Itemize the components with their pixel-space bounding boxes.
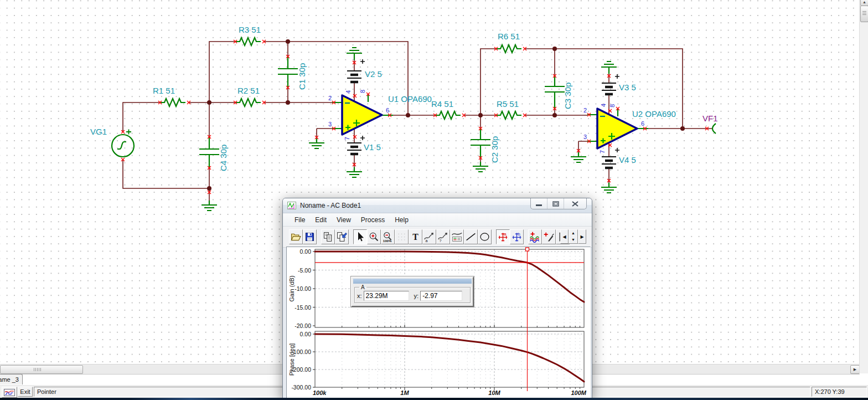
phase-curve[interactable] (315, 334, 584, 382)
ground-symbol[interactable] (571, 152, 586, 162)
legend-button[interactable] (450, 229, 464, 244)
resistor-r1[interactable] (160, 99, 185, 106)
annotate-b-icon (437, 231, 449, 243)
label-u2[interactable]: U2 OPA690 (632, 109, 676, 119)
cursor-dialog[interactable]: A x: y: (351, 276, 474, 307)
resistor-r6[interactable] (496, 45, 521, 53)
diagram-window-icon (287, 202, 296, 210)
ground-symbol[interactable] (601, 183, 617, 193)
close-button[interactable] (564, 198, 586, 209)
vertical-scrollbar[interactable]: ▲ (859, 0, 868, 373)
cursor-y-input[interactable] (420, 291, 462, 301)
windows-taskbar-edge[interactable] (0, 398, 868, 400)
source-vg1[interactable] (112, 130, 134, 157)
label-vg1[interactable]: VG1 (90, 127, 107, 136)
capacitor-c1[interactable] (278, 57, 298, 88)
paste-button[interactable] (335, 229, 349, 244)
toolbar: ◀ ▲▼ ▶ (283, 227, 592, 248)
nav-spinner[interactable]: ▲▼ (569, 229, 578, 244)
label-c1[interactable]: C1 30p (297, 63, 307, 90)
label-r6[interactable]: R6 51 (498, 32, 520, 41)
pointer-button[interactable] (353, 229, 367, 244)
ground-symbol[interactable] (309, 139, 324, 148)
ellipse-icon (479, 231, 490, 243)
copy-icon (322, 231, 334, 243)
annotate-b-button[interactable] (436, 229, 450, 244)
minimize-button[interactable] (531, 198, 547, 209)
capacitor-c4[interactable] (199, 137, 219, 168)
ground-symbol[interactable] (202, 201, 217, 211)
menu-view[interactable]: View (332, 214, 356, 225)
line-button[interactable] (464, 229, 478, 244)
titlebar[interactable]: Noname - AC Bode1 (283, 198, 592, 213)
label-c2[interactable]: C2 30p (490, 136, 499, 163)
label-vf1[interactable]: VF1 (702, 114, 718, 123)
vscroll-thumb[interactable] (860, 6, 868, 22)
coordinates-panel: X:270 Y:39 (812, 387, 867, 397)
cursor-dialog-titlebar[interactable] (353, 279, 472, 284)
copy-button[interactable] (321, 229, 335, 244)
label-v4[interactable]: V4 5 (619, 155, 636, 165)
label-u1[interactable]: U1 OPA690 (388, 94, 432, 104)
hscroll-thumb[interactable] (0, 365, 83, 374)
resistor-r2[interactable] (235, 99, 261, 106)
grid-button[interactable] (395, 229, 409, 244)
label-v3[interactable]: V3 5 (619, 83, 636, 92)
opamp-u1[interactable] (342, 95, 382, 135)
ground-symbol[interactable] (347, 167, 362, 177)
ground-symbol[interactable] (473, 162, 488, 172)
label-r4[interactable]: R4 51 (431, 99, 453, 109)
resistor-r5[interactable] (496, 111, 521, 119)
annotate-a-button[interactable] (422, 229, 436, 244)
hscroll-right-arrow[interactable]: ▶ (850, 365, 860, 374)
menu-help[interactable]: Help (390, 214, 414, 225)
menu-file[interactable]: File (290, 214, 310, 225)
ground-symbol[interactable] (347, 48, 362, 60)
text-button[interactable] (409, 229, 422, 244)
diagram-window-button[interactable] (2, 387, 17, 398)
ground-symbol[interactable] (601, 61, 617, 74)
plot-panel[interactable]: 0.00-5.00-10.00-15.00-20.000.00-100.00-2… (286, 247, 591, 400)
label-c3[interactable]: C3 30p (563, 83, 572, 109)
label-r1[interactable]: R1 51 (153, 86, 175, 95)
nav-left-button[interactable]: ◀ (560, 229, 569, 244)
nav-right-button[interactable]: ▶ (578, 229, 586, 244)
document-tab[interactable]: ame _3 (0, 374, 23, 384)
window-controls (530, 198, 587, 209)
exit-button[interactable]: Exit (18, 387, 33, 397)
label-r2[interactable]: R2 51 (237, 86, 260, 95)
label-r3[interactable]: R3 51 (239, 25, 261, 34)
menu-edit[interactable]: Edit (310, 214, 332, 225)
label-c4[interactable]: C4 30p (219, 145, 228, 171)
save-button[interactable] (303, 229, 317, 244)
maximize-button[interactable] (547, 198, 564, 209)
output-terminal-vf1[interactable] (712, 124, 716, 134)
menu-process[interactable]: Process (356, 214, 390, 225)
cursor-a-button[interactable] (496, 229, 510, 244)
probe-icon (543, 231, 555, 243)
add-curve-button[interactable] (528, 229, 542, 244)
page-navigator: ◀ ▲▼ ▶ (560, 229, 586, 244)
resistor-r3[interactable] (235, 38, 261, 45)
freq-tick-label: 10M (488, 389, 500, 396)
cursor-x-input[interactable] (364, 291, 409, 301)
resistor-r4[interactable] (435, 111, 461, 119)
capacitor-c3[interactable] (545, 76, 565, 109)
cursor-handle[interactable] (525, 248, 529, 251)
u1-pin2: 2 (328, 95, 332, 101)
gain-tick-label: -5.00 (298, 267, 311, 274)
label-v1[interactable]: V1 5 (364, 142, 381, 152)
capacitor-c2[interactable] (471, 129, 490, 158)
u1-pin6: 6 (386, 107, 389, 114)
label-v2[interactable]: V2 5 (365, 69, 382, 79)
u1-pin4: 4 (345, 90, 352, 94)
ellipse-button[interactable] (478, 229, 492, 244)
zoom-100-button[interactable] (381, 229, 395, 244)
zoom-in-button[interactable] (367, 229, 381, 244)
probe-button[interactable] (542, 229, 556, 244)
label-r5[interactable]: R5 51 (497, 99, 519, 109)
cursor-a-group: A x: y: (354, 284, 471, 303)
cursor-b-icon (511, 231, 523, 243)
cursor-b-button[interactable] (510, 229, 524, 244)
open-button[interactable] (289, 229, 303, 244)
